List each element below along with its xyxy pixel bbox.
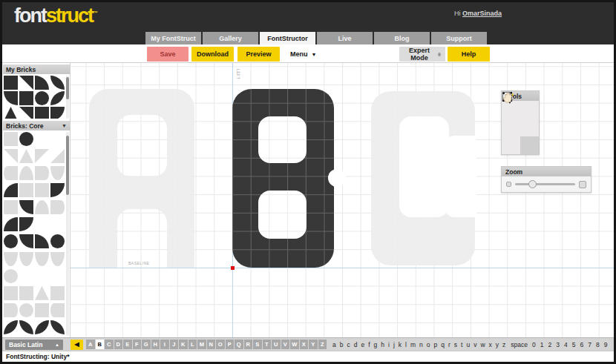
brick-tile[interactable] — [4, 252, 18, 266]
brick-tile[interactable] — [4, 166, 18, 180]
brick-grid-tool-button[interactable] — [502, 119, 520, 136]
brick-tile[interactable] — [50, 234, 65, 248]
brick-tile[interactable] — [19, 91, 33, 105]
zoom-in-icon[interactable] — [579, 181, 586, 188]
brick-tile[interactable] — [4, 303, 18, 317]
brick-tile[interactable] — [19, 149, 33, 163]
brick-tile[interactable] — [4, 320, 18, 334]
brick-tile[interactable] — [35, 252, 49, 266]
glyph-item-p[interactable]: p — [434, 341, 438, 348]
tab-gallery[interactable]: Gallery — [203, 32, 258, 44]
brick-tile[interactable] — [19, 252, 33, 266]
tab-support[interactable]: Support — [431, 32, 487, 44]
brick-tile[interactable] — [35, 286, 49, 300]
zoom-out-icon[interactable] — [506, 182, 511, 187]
glyph-tab-V[interactable]: V — [281, 340, 290, 349]
glyph-item-e[interactable]: e — [361, 341, 364, 348]
brick-tile[interactable] — [50, 107, 65, 119]
glyph-item-k[interactable]: k — [399, 341, 402, 348]
brick-tile[interactable] — [35, 166, 49, 180]
glyph-item-1[interactable]: 1 — [540, 341, 544, 348]
glyph-tab-O[interactable]: O — [216, 340, 225, 349]
glyph-item-6[interactable]: 6 — [580, 341, 583, 348]
glyph-item-a[interactable]: a — [332, 341, 336, 348]
glyph-tab-M[interactable]: M — [197, 340, 206, 349]
glyph-item-q[interactable]: q — [441, 341, 445, 348]
brick-tile[interactable] — [35, 183, 49, 197]
brick-tile[interactable] — [4, 269, 18, 283]
glyph-item-h[interactable]: h — [381, 341, 384, 348]
brick-tile[interactable] — [50, 91, 65, 105]
brick-tile[interactable] — [19, 76, 33, 90]
brick-tile[interactable] — [50, 217, 65, 231]
brick-tile[interactable] — [50, 320, 65, 334]
brick-tile[interactable] — [19, 200, 33, 214]
glyph-item-w[interactable]: w — [480, 341, 485, 348]
glyph-a-preview[interactable] — [89, 89, 194, 268]
glyph-item-m[interactable]: m — [410, 341, 416, 348]
glyph-item-j[interactable]: j — [393, 341, 395, 348]
glyph-item-space[interactable]: space — [511, 341, 528, 348]
brick-tile[interactable] — [19, 183, 33, 197]
glyph-tab-I[interactable]: I — [160, 340, 169, 349]
brick-tile[interactable] — [35, 303, 49, 317]
glyph-tab-F[interactable]: F — [133, 340, 142, 349]
glyph-item-4[interactable]: 4 — [564, 341, 568, 348]
brick-tile[interactable] — [19, 320, 33, 334]
help-button[interactable]: Help — [448, 47, 490, 62]
brick-tile[interactable] — [4, 76, 18, 90]
download-button[interactable]: Download — [191, 47, 234, 62]
glyph-tab-D[interactable]: D — [114, 340, 123, 349]
glyph-item-5[interactable]: 5 — [572, 341, 576, 348]
glyph-tab-K[interactable]: K — [179, 340, 188, 349]
glyph-tab-B[interactable]: B — [96, 340, 105, 349]
brick-tile[interactable] — [35, 132, 49, 146]
brick-tile[interactable] — [19, 269, 33, 283]
glyph-item-o[interactable]: o — [427, 341, 430, 348]
glyph-item-s[interactable]: s — [454, 341, 457, 348]
glyph-tab-T[interactable]: T — [263, 340, 272, 349]
tab-fontstructor[interactable]: FontStructor — [260, 32, 315, 44]
glyph-tab-G[interactable]: G — [142, 340, 151, 349]
brick-tile[interactable] — [4, 286, 18, 300]
brick-tile[interactable] — [50, 252, 65, 266]
brick-tile[interactable] — [19, 303, 33, 317]
glyph-tab-R[interactable]: R — [244, 340, 253, 349]
glyph-item-2[interactable]: 2 — [548, 341, 551, 348]
brick-tile[interactable] — [19, 166, 33, 180]
brick-tile[interactable] — [50, 76, 65, 90]
line-tool-button[interactable] — [502, 136, 520, 154]
glyph-item-v[interactable]: v — [474, 341, 476, 348]
eraser-tool-button[interactable] — [520, 101, 539, 119]
brick-tile[interactable] — [4, 217, 18, 231]
brick-tile[interactable] — [4, 200, 18, 214]
glyph-tab-U[interactable]: U — [272, 340, 281, 349]
glyph-item-y[interactable]: y — [496, 341, 499, 348]
glyph-item-7[interactable]: 7 — [588, 341, 592, 348]
glyph-tab-E[interactable]: E — [123, 340, 132, 349]
glyph-tab-Z[interactable]: Z — [318, 340, 327, 349]
glyph-item-9[interactable]: 9 — [604, 341, 608, 348]
brick-tile[interactable] — [50, 149, 65, 163]
brick-tile[interactable] — [50, 200, 65, 214]
username-link[interactable]: OmarSinada — [462, 10, 502, 17]
tab-blog[interactable]: Blog — [374, 32, 430, 44]
glyph-item-g[interactable]: g — [374, 341, 378, 348]
glyph-tab-W[interactable]: W — [290, 340, 299, 349]
brick-tile[interactable] — [35, 107, 49, 119]
brick-tile[interactable] — [19, 286, 33, 300]
glyph-back-button[interactable]: ◀ — [71, 340, 83, 350]
brick-tile[interactable] — [50, 166, 65, 180]
glyph-tab-A[interactable]: A — [86, 340, 95, 349]
brick-tile[interactable] — [4, 183, 18, 197]
glyph-item-0[interactable]: 0 — [532, 341, 536, 348]
tab-live[interactable]: Live — [317, 32, 373, 44]
glyph-item-z[interactable]: z — [502, 341, 505, 348]
brick-tile[interactable] — [4, 149, 18, 163]
glyph-tab-N[interactable]: N — [207, 340, 216, 349]
scrollbar-thumb[interactable] — [66, 77, 69, 99]
select-tool-button[interactable] — [520, 119, 539, 136]
core-bricks-header[interactable]: Bricks: Core ▼ — [3, 121, 70, 130]
brick-tile[interactable] — [35, 320, 49, 334]
brick-tile[interactable] — [35, 76, 49, 90]
